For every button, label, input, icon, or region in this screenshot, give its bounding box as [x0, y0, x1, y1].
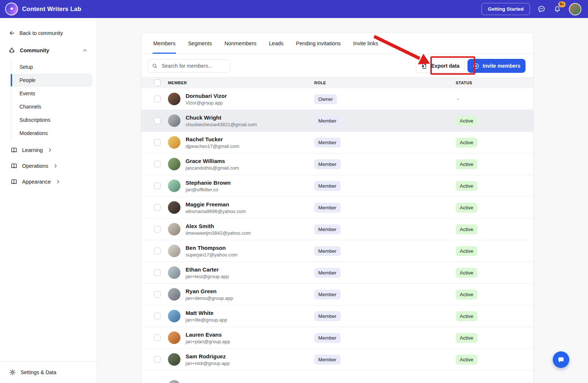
community-subnav: Setup People Events Channels Subscriptio…: [11, 60, 92, 141]
group-icon: [10, 178, 18, 185]
chevron-right-icon: [53, 163, 58, 169]
table-row[interactable]: Stephanie Brown jan@offkilter.co Member …: [141, 175, 533, 197]
sidebar-subitem[interactable]: Channels: [11, 100, 92, 113]
status-badge: Active: [456, 246, 477, 256]
group-icon: [10, 162, 18, 170]
member-email: ellismania9696@yahoo.com: [186, 209, 314, 214]
role-badge: Member: [314, 138, 341, 148]
row-checkbox[interactable]: [154, 313, 161, 319]
member-email: Vizor@group.app: [186, 100, 314, 106]
sidebar-group-item[interactable]: Appearance: [8, 174, 63, 189]
row-checkbox[interactable]: [154, 139, 161, 146]
settings-and-data-link[interactable]: Settings & Data: [0, 361, 97, 383]
column-status: STATUS: [456, 81, 521, 85]
export-icon: [421, 63, 428, 70]
member-name: Ryan Green: [186, 288, 314, 295]
admin-sidebar: Back to community Community Setup People…: [0, 18, 97, 383]
sidebar-section-community[interactable]: Community: [8, 46, 88, 55]
table-row-partial: [141, 370, 533, 383]
invite-members-button[interactable]: Invite members: [467, 59, 526, 73]
select-all-checkbox[interactable]: [154, 79, 161, 86]
member-avatar: [168, 245, 180, 257]
member-avatar: [168, 114, 180, 127]
tab[interactable]: Pending invitations: [295, 33, 341, 53]
sidebar-group-item[interactable]: Learning: [8, 142, 55, 158]
row-checkbox[interactable]: [154, 117, 161, 124]
table-row[interactable]: Ben Thompson superjan17@yahoo.com Member…: [141, 240, 533, 262]
table-row[interactable]: Ethan Carter jan+test@group.app Member A…: [141, 262, 533, 284]
role-badge: Member: [314, 246, 341, 256]
tab[interactable]: Invite links: [352, 33, 379, 53]
table-row[interactable]: Matt White jan+life@group.app Member Act…: [141, 305, 533, 327]
tab[interactable]: Nonmembers: [224, 33, 257, 53]
tab[interactable]: Members: [153, 33, 176, 53]
member-avatar: [168, 201, 180, 214]
member-name: Matt White: [186, 309, 314, 317]
row-checkbox[interactable]: [154, 182, 161, 189]
tab[interactable]: Segments: [187, 33, 212, 53]
gear-icon: [9, 369, 16, 376]
row-checkbox[interactable]: [154, 96, 161, 102]
export-data-button[interactable]: Export data: [416, 59, 465, 73]
chevron-right-icon: [47, 147, 53, 153]
notifications-button[interactable]: 9+: [553, 5, 562, 13]
sidebar-subitem[interactable]: Setup: [11, 60, 92, 74]
chat-widget-button[interactable]: [553, 351, 569, 368]
row-checkbox[interactable]: [154, 248, 161, 254]
table-row[interactable]: Rachel Tucker djpeaches17@gmail.com Memb…: [141, 132, 533, 153]
sidebar-subitem[interactable]: Subscriptions: [11, 113, 92, 127]
member-avatar: [168, 180, 180, 192]
status-badge: Active: [456, 268, 477, 278]
sidebar-group-item[interactable]: Operations: [8, 158, 61, 174]
member-name: Grace Williams: [186, 157, 314, 165]
tab[interactable]: Leads: [268, 33, 284, 53]
table-row[interactable]: Maggie Freeman ellismania9696@yahoo.com …: [141, 197, 533, 219]
status-badge: Active: [456, 333, 477, 343]
table-row[interactable]: Alex Smith limesweetjm3842@yahoo.com Mem…: [141, 219, 533, 240]
sidebar-subitem[interactable]: Moderations: [11, 127, 92, 140]
member-name: Lauren Evans: [186, 331, 314, 338]
member-name: Ben Thompson: [186, 244, 314, 252]
row-checkbox[interactable]: [154, 269, 161, 276]
getting-started-button[interactable]: Getting Started: [481, 3, 530, 15]
community-people-icon: [8, 47, 15, 54]
row-checkbox[interactable]: [154, 356, 161, 363]
user-avatar[interactable]: [569, 3, 581, 15]
member-avatar: [168, 310, 180, 322]
row-checkbox[interactable]: [154, 204, 161, 211]
role-badge: Member: [314, 290, 341, 299]
status-badge: Active: [456, 138, 477, 148]
row-checkbox[interactable]: [154, 291, 161, 298]
role-badge: Member: [314, 311, 341, 321]
status-badge: Active: [456, 290, 477, 299]
member-search: [147, 59, 230, 72]
row-checkbox[interactable]: [154, 161, 161, 167]
table-row[interactable]: Sam Rodriguez jan+nick@group.app Member …: [141, 349, 533, 370]
back-to-community-link[interactable]: Back to community: [9, 30, 88, 36]
sidebar-groups: Learning Operations Appearance: [0, 142, 97, 189]
chat-bubble-icon: [537, 5, 546, 13]
member-name: Chuck Wright: [186, 114, 314, 121]
member-email: limesweetjm3842@yahoo.com: [186, 230, 314, 236]
member-name: Maggie Freeman: [186, 201, 314, 208]
sidebar-subitem[interactable]: People: [11, 74, 92, 87]
members-table-body: Dornubari Vizor Vizor@group.app Owner - …: [141, 88, 533, 370]
role-badge: Member: [314, 159, 341, 169]
row-checkbox[interactable]: [154, 226, 161, 233]
table-row[interactable]: Dornubari Vizor Vizor@group.app Owner -: [141, 88, 533, 110]
search-input[interactable]: [161, 63, 226, 69]
sidebar-subitem[interactable]: Events: [11, 87, 92, 100]
member-name: Rachel Tucker: [186, 136, 314, 143]
table-row[interactable]: Ryan Green jan+demo@group.app Member Act…: [141, 284, 533, 305]
messages-button[interactable]: [537, 5, 546, 13]
member-email: djpeaches17@gmail.com: [186, 143, 314, 149]
sidebar-group-label: Appearance: [22, 179, 51, 185]
table-row[interactable]: Lauren Evans jan+plan@group.app Member A…: [141, 327, 533, 349]
table-row[interactable]: Chuck Wright chuckiechesse43821@gmail.co…: [141, 110, 533, 132]
member-email: jan+test@group.app: [186, 274, 314, 279]
status-badge: Active: [456, 355, 477, 365]
community-logo[interactable]: [5, 3, 18, 15]
table-row[interactable]: Grace Williams jancandothis@gmail.com Me…: [141, 153, 533, 175]
row-checkbox[interactable]: [154, 334, 161, 341]
status-badge: Active: [456, 159, 477, 169]
